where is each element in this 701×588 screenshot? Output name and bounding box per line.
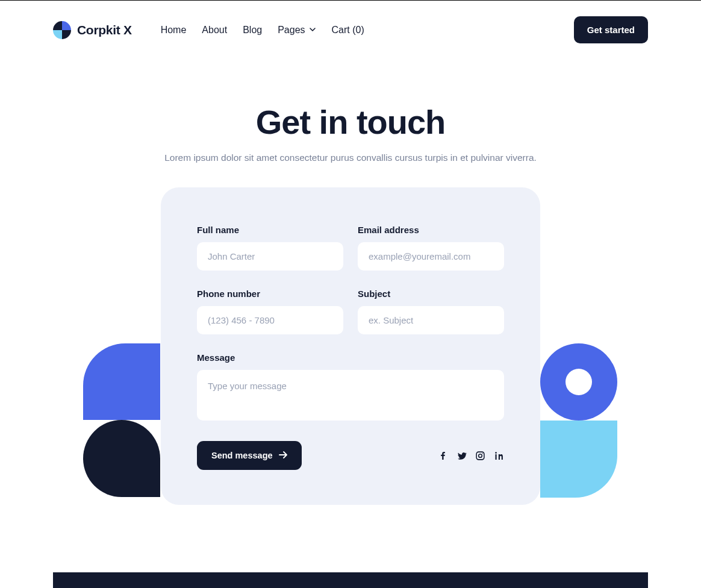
nav-pages-label: Pages	[278, 25, 305, 36]
svg-point-2	[482, 452, 483, 453]
phone-label: Phone number	[197, 289, 343, 299]
email-label: Email address	[358, 225, 504, 235]
subject-input[interactable]	[358, 306, 504, 334]
chevron-down-icon	[309, 25, 316, 36]
social-links	[438, 451, 504, 461]
message-input[interactable]	[197, 370, 504, 421]
header-left: Corpkit X Home About Blog Pages Cart (0)	[53, 21, 364, 39]
hero: Get in touch Lorem ipsum dolor sit amet …	[0, 59, 701, 187]
send-message-button[interactable]: Send message	[197, 441, 302, 470]
message-label: Message	[197, 352, 504, 363]
form-footer: Send message	[197, 441, 504, 470]
logo[interactable]: Corpkit X	[53, 21, 132, 39]
full-name-input[interactable]	[197, 242, 343, 271]
send-button-label: Send message	[211, 451, 273, 460]
decorative-shape	[83, 343, 160, 420]
decorative-shape	[540, 343, 617, 421]
contact-section: Full name Email address Phone number Sub…	[0, 187, 701, 572]
nav-about[interactable]: About	[202, 25, 227, 36]
full-name-group: Full name	[197, 225, 343, 271]
full-name-label: Full name	[197, 225, 343, 235]
contact-form-card: Full name Email address Phone number Sub…	[161, 187, 540, 505]
linkedin-icon[interactable]	[494, 451, 504, 461]
arrow-right-icon	[279, 451, 287, 460]
nav-pages[interactable]: Pages	[278, 25, 316, 36]
nav-cart[interactable]: Cart (0)	[332, 25, 364, 36]
logo-icon	[53, 21, 71, 39]
get-started-button[interactable]: Get started	[574, 16, 648, 43]
page-subtitle: Lorem ipsum dolor sit amet consectetur p…	[0, 152, 701, 163]
email-group: Email address	[358, 225, 504, 271]
instagram-icon[interactable]	[475, 451, 485, 461]
email-input[interactable]	[358, 242, 504, 271]
phone-input[interactable]	[197, 306, 343, 334]
page-title: Get in touch	[0, 102, 701, 142]
phone-group: Phone number	[197, 289, 343, 334]
svg-rect-0	[476, 452, 484, 460]
svg-point-1	[479, 454, 482, 457]
main-nav: Home About Blog Pages Cart (0)	[161, 25, 364, 36]
nav-blog[interactable]: Blog	[243, 25, 262, 36]
message-group: Message	[197, 352, 504, 421]
subject-group: Subject	[358, 289, 504, 334]
twitter-icon[interactable]	[456, 451, 467, 461]
decorative-shape	[83, 420, 160, 497]
header: Corpkit X Home About Blog Pages Cart (0)…	[0, 1, 701, 59]
facebook-icon[interactable]	[438, 451, 448, 461]
decorative-shape	[540, 421, 617, 498]
footer-bar	[53, 572, 648, 588]
nav-home[interactable]: Home	[161, 25, 187, 36]
brand-name: Corpkit X	[77, 23, 132, 37]
form-grid: Full name Email address Phone number Sub…	[197, 225, 504, 421]
subject-label: Subject	[358, 289, 504, 299]
